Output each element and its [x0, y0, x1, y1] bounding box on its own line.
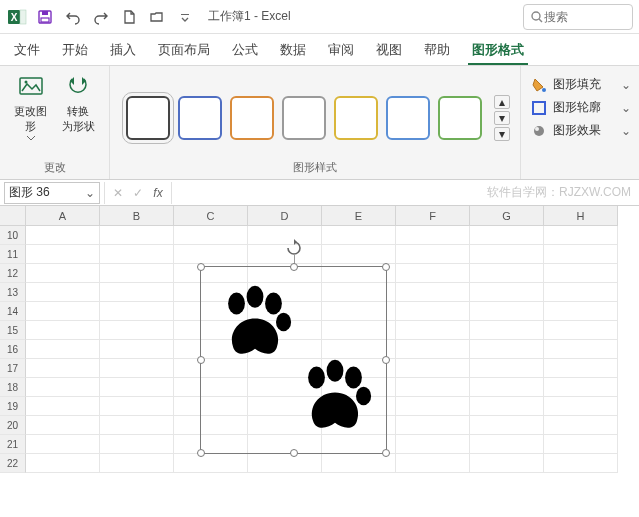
cell-F13[interactable]	[396, 283, 470, 302]
cell-F22[interactable]	[396, 454, 470, 473]
cell-F14[interactable]	[396, 302, 470, 321]
cell-A16[interactable]	[26, 340, 100, 359]
cell-B10[interactable]	[100, 226, 174, 245]
cell-H16[interactable]	[544, 340, 618, 359]
resize-handle-ne[interactable]	[382, 263, 390, 271]
cell-B20[interactable]	[100, 416, 174, 435]
cell-F11[interactable]	[396, 245, 470, 264]
tab-view[interactable]: 视图	[372, 35, 406, 65]
col-header-G[interactable]: G	[470, 206, 544, 226]
cell-B17[interactable]	[100, 359, 174, 378]
cell-A14[interactable]	[26, 302, 100, 321]
cell-A12[interactable]	[26, 264, 100, 283]
cell-C11[interactable]	[174, 245, 248, 264]
gallery-expand[interactable]: ▾	[494, 127, 510, 141]
paw-print-2[interactable]	[293, 359, 377, 446]
cell-A21[interactable]	[26, 435, 100, 454]
cell-G20[interactable]	[470, 416, 544, 435]
cell-H21[interactable]	[544, 435, 618, 454]
qat-more-button[interactable]	[172, 4, 198, 30]
cell-B14[interactable]	[100, 302, 174, 321]
row-header-11[interactable]: 11	[0, 245, 26, 264]
cell-A17[interactable]	[26, 359, 100, 378]
cell-F12[interactable]	[396, 264, 470, 283]
cell-A20[interactable]	[26, 416, 100, 435]
change-graphic-button[interactable]: 更改图 形	[10, 72, 52, 141]
row-header-19[interactable]: 19	[0, 397, 26, 416]
col-header-H[interactable]: H	[544, 206, 618, 226]
tab-insert[interactable]: 插入	[106, 35, 140, 65]
cell-B15[interactable]	[100, 321, 174, 340]
shape-fill-button[interactable]: 图形填充 ⌄	[531, 76, 631, 93]
fx-button[interactable]: fx	[149, 186, 167, 200]
shape-outline-button[interactable]: 图形轮廓 ⌄	[531, 99, 631, 116]
row-header-10[interactable]: 10	[0, 226, 26, 245]
shape-style-preset-6[interactable]	[438, 96, 482, 140]
cell-A13[interactable]	[26, 283, 100, 302]
paw-print-1[interactable]	[213, 285, 297, 372]
cell-F19[interactable]	[396, 397, 470, 416]
cell-F16[interactable]	[396, 340, 470, 359]
save-button[interactable]	[32, 4, 58, 30]
undo-button[interactable]	[60, 4, 86, 30]
cell-G19[interactable]	[470, 397, 544, 416]
select-all-corner[interactable]	[0, 206, 26, 226]
shape-style-preset-2[interactable]	[230, 96, 274, 140]
cell-H11[interactable]	[544, 245, 618, 264]
col-header-D[interactable]: D	[248, 206, 322, 226]
search-box[interactable]	[523, 4, 633, 30]
resize-handle-sw[interactable]	[197, 449, 205, 457]
cell-B22[interactable]	[100, 454, 174, 473]
cell-B18[interactable]	[100, 378, 174, 397]
cell-A19[interactable]	[26, 397, 100, 416]
cell-A22[interactable]	[26, 454, 100, 473]
shape-style-preset-3[interactable]	[282, 96, 326, 140]
cell-F15[interactable]	[396, 321, 470, 340]
cell-H19[interactable]	[544, 397, 618, 416]
tab-help[interactable]: 帮助	[420, 35, 454, 65]
tab-shape-format[interactable]: 图形格式	[468, 35, 528, 65]
cell-G15[interactable]	[470, 321, 544, 340]
cell-H13[interactable]	[544, 283, 618, 302]
cell-F17[interactable]	[396, 359, 470, 378]
gallery-row-up[interactable]: ▴	[494, 95, 510, 109]
cell-H18[interactable]	[544, 378, 618, 397]
cell-A11[interactable]	[26, 245, 100, 264]
resize-handle-nw[interactable]	[197, 263, 205, 271]
col-header-B[interactable]: B	[100, 206, 174, 226]
col-header-F[interactable]: F	[396, 206, 470, 226]
cell-H15[interactable]	[544, 321, 618, 340]
cell-D22[interactable]	[248, 454, 322, 473]
cell-B12[interactable]	[100, 264, 174, 283]
cell-B19[interactable]	[100, 397, 174, 416]
gallery-row-down[interactable]: ▾	[494, 111, 510, 125]
row-header-12[interactable]: 12	[0, 264, 26, 283]
row-header-15[interactable]: 15	[0, 321, 26, 340]
resize-handle-se[interactable]	[382, 449, 390, 457]
new-file-button[interactable]	[116, 4, 142, 30]
cell-H10[interactable]	[544, 226, 618, 245]
row-header-17[interactable]: 17	[0, 359, 26, 378]
cell-E11[interactable]	[322, 245, 396, 264]
cell-B13[interactable]	[100, 283, 174, 302]
cell-F20[interactable]	[396, 416, 470, 435]
enter-formula-button[interactable]: ✓	[129, 186, 147, 200]
rotate-handle[interactable]	[285, 239, 303, 257]
style-gallery-more[interactable]: ▴▾▾	[494, 95, 510, 141]
tab-formula[interactable]: 公式	[228, 35, 262, 65]
cell-G21[interactable]	[470, 435, 544, 454]
shape-style-preset-0[interactable]	[126, 96, 170, 140]
cell-G22[interactable]	[470, 454, 544, 473]
col-header-C[interactable]: C	[174, 206, 248, 226]
cell-H20[interactable]	[544, 416, 618, 435]
shape-style-preset-1[interactable]	[178, 96, 222, 140]
cell-A15[interactable]	[26, 321, 100, 340]
cell-G10[interactable]	[470, 226, 544, 245]
open-file-button[interactable]	[144, 4, 170, 30]
row-header-22[interactable]: 22	[0, 454, 26, 473]
cell-G17[interactable]	[470, 359, 544, 378]
col-header-A[interactable]: A	[26, 206, 100, 226]
resize-handle-n[interactable]	[290, 263, 298, 271]
cell-F18[interactable]	[396, 378, 470, 397]
cell-G16[interactable]	[470, 340, 544, 359]
